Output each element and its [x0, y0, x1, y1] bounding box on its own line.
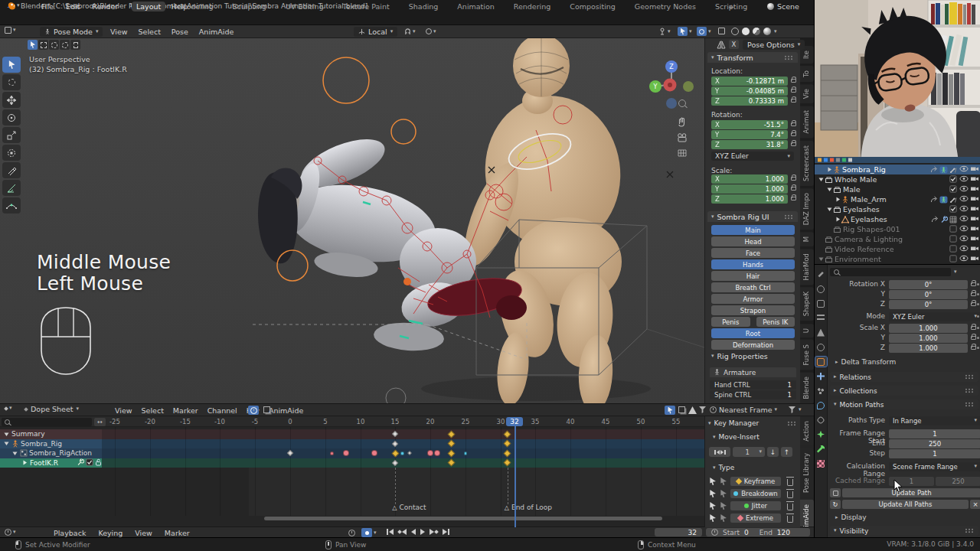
workspace-tab-layout[interactable]: Layout	[132, 2, 165, 11]
lock-icon[interactable]	[791, 79, 796, 83]
properties-tab-object-data[interactable]	[815, 429, 827, 439]
workspace-tab-sculpting[interactable]: Sculpting	[228, 2, 271, 11]
panel-drag-grip[interactable]	[965, 402, 975, 407]
key-type-row-extreme[interactable]: Extreme	[705, 513, 801, 523]
deselect-keys-icon[interactable]	[720, 478, 727, 485]
animate-dot-icon[interactable]	[977, 347, 979, 349]
show-overlays-button[interactable]: ▾	[678, 27, 692, 36]
play-button[interactable]	[420, 529, 425, 535]
auto-keying-button[interactable]: ▾	[361, 528, 377, 537]
filter-icon[interactable]	[789, 406, 795, 413]
lock-icon[interactable]	[791, 197, 796, 201]
channel-search[interactable]: ↔	[2, 418, 106, 426]
key-type-row-keyframe[interactable]: Keyframe	[705, 476, 801, 487]
rig-property-spine-ctrl[interactable]: Spine CTRL1	[710, 390, 796, 399]
timeline-menu-item[interactable]: View	[135, 529, 152, 537]
keyframe[interactable]	[464, 452, 468, 455]
outliner-row-whole-male[interactable]: Whole Male	[815, 174, 980, 184]
rig-button-penis[interactable]: Penis	[711, 317, 750, 327]
select-extra-button[interactable]	[70, 40, 80, 50]
relations-section[interactable]: ▸Relations	[830, 372, 978, 382]
dopesheet-tab-pose-library[interactable]: Pose Library	[800, 448, 814, 497]
outliner-row-rig-shapes-001[interactable]: Rig Shapes-001	[815, 224, 980, 234]
sidebar-tab-u[interactable]: U	[800, 324, 814, 337]
properties-tab-modifiers[interactable]	[815, 371, 827, 381]
rig-button-armor[interactable]: Armor	[711, 294, 795, 304]
step-field[interactable]: 1	[889, 449, 980, 458]
outliner-row-camera-lighting[interactable]: Camera & Lighting	[815, 234, 980, 244]
filter-icon[interactable]	[699, 406, 706, 413]
viewport-menu-item[interactable]: Select	[139, 28, 161, 36]
layers-icon[interactable]	[263, 406, 270, 413]
move-up-button[interactable]: ↑	[781, 447, 792, 457]
transform-field-y[interactable]: Y7.4°	[711, 130, 788, 139]
select-keys-icon[interactable]	[709, 514, 716, 522]
lock-icon[interactable]	[791, 142, 796, 146]
channel-summary[interactable]: Summary	[0, 429, 102, 439]
mode-dropdown[interactable]: Pose Mode ▾	[40, 27, 103, 37]
sidebar-tab-blende[interactable]: Blende	[800, 372, 814, 403]
outliner-row-eyelashes[interactable]: Eyelashes	[815, 214, 980, 224]
outliner-row-video-reference[interactable]: Video Reference	[815, 244, 980, 254]
transform-field-x[interactable]: X-51.5°	[711, 120, 788, 129]
dopesheet-tab-action[interactable]: Action	[800, 416, 814, 446]
panel-drag-grip[interactable]	[965, 388, 975, 393]
proportional-icon[interactable]	[678, 406, 685, 413]
workspace-tab-rendering[interactable]: Rendering	[509, 2, 556, 11]
show-gizmo-button[interactable]: ▾	[658, 28, 671, 35]
channel-sombra-rig[interactable]: Sombra_Rig	[0, 439, 102, 449]
z-field[interactable]: 0°	[889, 300, 968, 309]
tool-annotate[interactable]	[2, 162, 21, 178]
delta-transform-section[interactable]: ▸Delta Transform	[835, 358, 896, 366]
rig-button-strapon[interactable]: Strapon	[711, 305, 795, 315]
timeline-menu-item[interactable]: Playback	[54, 529, 86, 537]
move-down-button[interactable]: ↓	[767, 447, 779, 457]
lock-icon[interactable]	[971, 336, 976, 340]
properties-tab-render[interactable]	[815, 284, 827, 294]
transform-field-z[interactable]: Z31.8°	[711, 140, 788, 149]
rig-button-deformation[interactable]: Deformation	[711, 340, 795, 350]
rig-button-breath-ctrl[interactable]: Breath Ctrl	[711, 282, 795, 292]
select-keys-icon[interactable]	[709, 490, 716, 497]
properties-tab-world[interactable]	[815, 342, 827, 352]
zoom-icon[interactable]	[678, 99, 686, 109]
viewport-menu-item[interactable]: View	[110, 28, 128, 36]
pose-options-dropdown[interactable]: Pose Options ▾	[743, 40, 805, 50]
outliner-row-eyelashes[interactable]: Eyelashes	[815, 204, 980, 214]
transform-field-z[interactable]: Z1.000	[711, 194, 788, 204]
rig-button-hands[interactable]: Hands	[711, 259, 795, 269]
sidebar-tab-screencast[interactable]: Screencast	[800, 141, 814, 186]
sidebar-tab-shapek[interactable]: ShapeK	[800, 287, 814, 321]
y-field[interactable]: 1.000	[889, 334, 968, 343]
editor-type-button[interactable]: ▾	[5, 406, 12, 411]
key-type-row-breakdown[interactable]: Breakdown	[705, 488, 801, 499]
lock-icon[interactable]	[791, 89, 796, 93]
tool-move[interactable]	[2, 92, 21, 108]
scale-x-field[interactable]: 1.000	[889, 324, 968, 333]
properties-tab-view-layer[interactable]	[815, 313, 827, 323]
select-tweak-button[interactable]	[28, 40, 38, 50]
viewport-menu-item[interactable]: AnimAide	[199, 28, 234, 36]
rotation-mode-dropdown[interactable]: XYZ Euler ▾	[711, 152, 794, 161]
orientation-dropdown[interactable]: Local ▾	[354, 27, 397, 37]
snap-dropdown[interactable]: Nearest Frame ▾	[710, 406, 777, 414]
rig-button-face[interactable]: Face	[711, 248, 795, 258]
rig-button-hair[interactable]: Hair	[711, 271, 795, 281]
jump-to-start-button[interactable]	[387, 529, 394, 535]
transform-field-y[interactable]: Y-0.04085 m	[711, 86, 788, 96]
lock-icon[interactable]	[791, 132, 796, 136]
panel-drag-grip[interactable]	[965, 374, 975, 380]
dope-sheet-menu-item[interactable]: AnimAide	[269, 406, 303, 415]
navigation-gizmo[interactable]: Z Y	[645, 57, 698, 111]
menubar-item[interactable]: File	[41, 2, 54, 11]
current-frame-indicator[interactable]: 32	[506, 417, 523, 426]
mirror-x-toggle[interactable]: X	[729, 40, 739, 49]
app-menu-button[interactable]: ▾	[6, 2, 20, 9]
frame-range-start-field[interactable]: 1	[889, 429, 980, 439]
properties-tab-physics[interactable]	[815, 400, 827, 410]
properties-tab-object[interactable]	[815, 357, 827, 367]
add-workspace-button[interactable]: +	[724, 2, 739, 11]
workspace-tab-geometry-nodes[interactable]: Geometry Nodes	[630, 2, 701, 11]
select-box-button[interactable]	[38, 40, 48, 50]
editor-type-button[interactable]: ▾	[5, 27, 16, 34]
